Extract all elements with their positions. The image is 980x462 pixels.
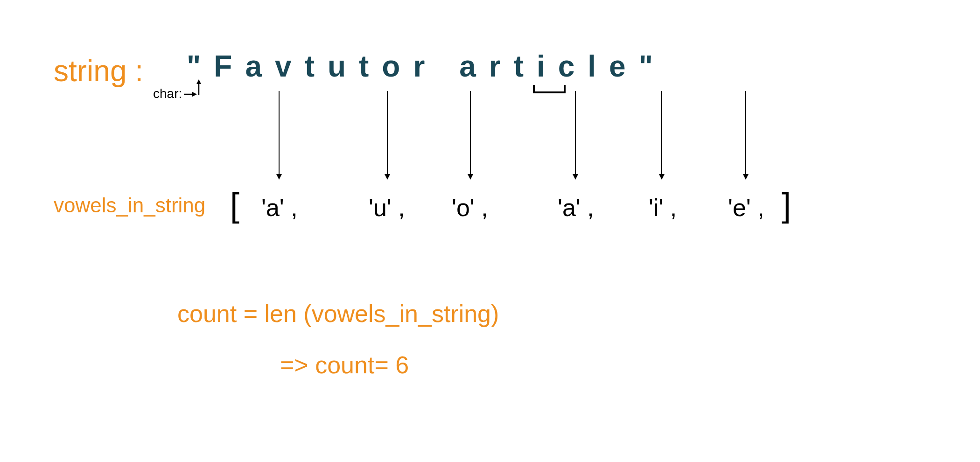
svg-marker-13 (659, 174, 665, 180)
char-arrow-up-icon (195, 79, 203, 95)
list-bracket-right: ] (782, 186, 791, 224)
space-underscore-icon (533, 84, 566, 94)
svg-marker-9 (468, 174, 473, 180)
list-item: 'i' , (649, 194, 677, 222)
svg-marker-15 (743, 174, 749, 180)
label-string: string : (54, 54, 143, 88)
list-item: 'a' , (558, 194, 594, 222)
list-item: 'a' , (261, 194, 298, 222)
label-vowels-in-string: vowels_in_string (54, 194, 205, 217)
list-item: 'u' , (369, 194, 405, 222)
down-arrow-icon (572, 91, 579, 180)
list-bracket-left: [ (230, 186, 239, 224)
list-item: 'o' , (452, 194, 488, 222)
svg-marker-5 (276, 174, 282, 180)
string-value: "Favtutor article" (187, 49, 666, 84)
svg-marker-3 (196, 79, 201, 84)
down-arrow-icon (658, 91, 665, 180)
down-arrow-icon (742, 91, 749, 180)
down-arrow-icon (384, 91, 391, 180)
count-result-line: => count= 6 (280, 351, 409, 379)
list-item: 'e' , (728, 194, 764, 222)
count-expression-line: count = len (vowels_in_string) (177, 300, 499, 328)
svg-marker-11 (573, 174, 578, 180)
char-label: char: (153, 86, 182, 101)
svg-marker-7 (385, 174, 390, 180)
down-arrow-icon (275, 91, 283, 180)
down-arrow-icon (467, 91, 474, 180)
